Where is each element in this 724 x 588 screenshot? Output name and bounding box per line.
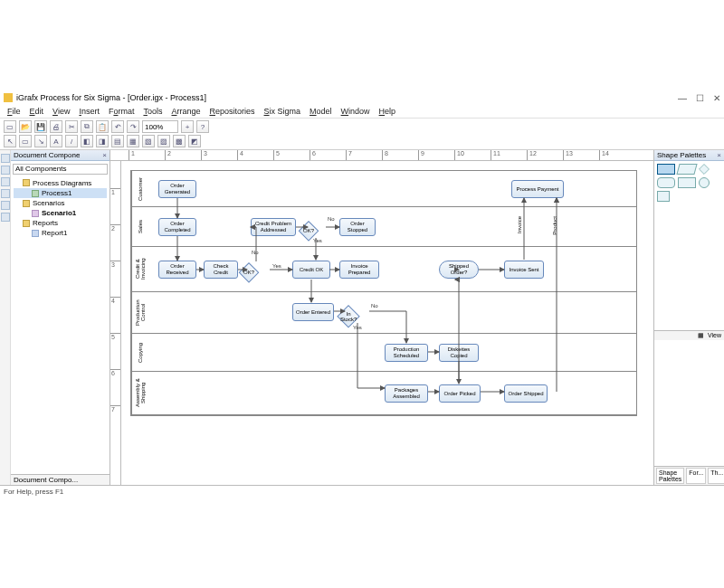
- lane-production: Production Control: [131, 292, 148, 333]
- shape-tool[interactable]: ▭: [19, 135, 32, 147]
- menubar: File Edit View Insert Format Tools Arran…: [0, 105, 724, 119]
- tool-7[interactable]: ◨: [96, 135, 109, 147]
- palette-title: Shape Palettes: [657, 151, 706, 159]
- menu-edit[interactable]: Edit: [26, 106, 48, 117]
- menu-arrange[interactable]: Arrange: [167, 106, 204, 117]
- label-no-3: No: [371, 303, 378, 308]
- tool-6[interactable]: ◧: [81, 135, 93, 147]
- palette-circle[interactable]: [699, 177, 710, 188]
- label-yes-2: Yes: [272, 263, 281, 269]
- tool-10[interactable]: ▧: [142, 135, 155, 147]
- label-product: Product: [552, 216, 557, 235]
- menu-view[interactable]: View: [49, 106, 73, 117]
- menu-repositories[interactable]: Repositories: [206, 106, 259, 117]
- tool-13[interactable]: ◩: [188, 135, 201, 147]
- tool-11[interactable]: ▨: [157, 135, 170, 147]
- tool-9[interactable]: ▦: [127, 135, 139, 147]
- vtab-3[interactable]: [1, 177, 10, 186]
- palette-diamond[interactable]: [699, 164, 710, 175]
- diagram-canvas[interactable]: Customer Order Generated Process Payment…: [121, 161, 653, 485]
- print-button[interactable]: 🖨: [50, 120, 62, 133]
- line-tool[interactable]: /: [65, 135, 78, 147]
- menu-model[interactable]: Model: [306, 106, 336, 117]
- view-tab-icon[interactable]: ▦: [698, 332, 704, 339]
- view-tab[interactable]: View: [708, 332, 721, 339]
- shape-packages-assembled[interactable]: Packages Assembled: [385, 384, 428, 403]
- shape-invoice-prepared[interactable]: Invoice Prepared: [339, 261, 379, 279]
- lane-assembly: Assembly & Shipping: [131, 372, 148, 414]
- tree-report1[interactable]: Report1: [42, 229, 67, 237]
- save-button[interactable]: 💾: [34, 120, 47, 133]
- shape-order-picked[interactable]: Order Picked: [439, 384, 481, 403]
- vtab-2[interactable]: [1, 166, 10, 175]
- tree-process1[interactable]: Process1: [42, 189, 71, 197]
- shape-credit-problem[interactable]: Credit Problem Addressed: [251, 218, 296, 236]
- shape-order-completed[interactable]: Order Completed: [158, 218, 196, 236]
- palette-parallelogram[interactable]: [676, 164, 697, 175]
- palette-small[interactable]: [657, 191, 670, 202]
- paste-button[interactable]: 📋: [96, 120, 109, 133]
- components-tree[interactable]: Process Diagrams Process1 Scenarios Scen…: [11, 176, 110, 475]
- tree-scenario1[interactable]: Scenario1: [42, 209, 76, 217]
- panel-close-button[interactable]: ×: [102, 151, 107, 159]
- rtab-th[interactable]: Th...: [708, 468, 724, 484]
- palette-rounded[interactable]: [657, 177, 675, 188]
- connector-tool[interactable]: ↘: [34, 135, 47, 147]
- palette-close-button[interactable]: ×: [717, 151, 721, 159]
- lane-credit: Credit & Invoicing: [131, 247, 148, 291]
- shape-credit-ok[interactable]: Credit OK: [292, 261, 330, 279]
- shape-shipped-order[interactable]: Shipped Order?: [439, 261, 479, 279]
- tree-reports[interactable]: Reports: [33, 219, 58, 227]
- minimize-button[interactable]: —: [678, 93, 687, 103]
- shape-order-entered[interactable]: Order Entered: [292, 303, 334, 321]
- undo-button[interactable]: ↶: [111, 120, 124, 133]
- label-yes-3: Yes: [353, 325, 362, 330]
- shape-process-payment[interactable]: Process Payment: [511, 180, 564, 198]
- menu-tools[interactable]: Tools: [139, 106, 166, 117]
- redo-button[interactable]: ↷: [127, 120, 139, 133]
- tree-process-diagrams[interactable]: Process Diagrams: [33, 179, 91, 187]
- copy-button[interactable]: ⧉: [81, 120, 93, 133]
- shape-invoice-sent[interactable]: Invoice Sent: [504, 261, 544, 279]
- text-tool[interactable]: A: [50, 135, 62, 147]
- shape-ok-2[interactable]: OK?: [239, 262, 260, 283]
- label-invoice: Invoice: [517, 216, 522, 233]
- tool-12[interactable]: ▩: [173, 135, 186, 147]
- components-search[interactable]: [13, 164, 108, 175]
- rtab-palettes[interactable]: Shape Palettes: [656, 468, 684, 484]
- tree-scenarios[interactable]: Scenarios: [33, 199, 65, 207]
- new-button[interactable]: ▭: [4, 120, 16, 133]
- menu-format[interactable]: Format: [105, 106, 138, 117]
- vtab-4[interactable]: [1, 189, 10, 198]
- vtab-6[interactable]: [1, 213, 10, 222]
- shape-palettes-panel: Shape Palettes × ▦ View Shape Palettes F…: [653, 150, 724, 485]
- menu-help[interactable]: Help: [376, 106, 400, 117]
- menu-window[interactable]: Window: [338, 106, 374, 117]
- label-no-1: No: [328, 216, 335, 222]
- doc-tab[interactable]: Document Compo...: [11, 474, 110, 485]
- zoom-combo[interactable]: [142, 120, 178, 133]
- shape-order-received[interactable]: Order Received: [158, 261, 196, 279]
- vtab-5[interactable]: [1, 201, 10, 210]
- zoomin-button[interactable]: +: [181, 120, 194, 133]
- shape-order-generated[interactable]: Order Generated: [158, 180, 196, 198]
- shape-check-credit[interactable]: Check Credit: [204, 261, 238, 279]
- menu-file[interactable]: File: [4, 106, 24, 117]
- help-button[interactable]: ?: [196, 120, 209, 133]
- close-button[interactable]: ✕: [713, 93, 720, 103]
- tool-8[interactable]: ▤: [111, 135, 124, 147]
- palette-rect[interactable]: [657, 164, 675, 175]
- maximize-button[interactable]: ☐: [696, 93, 704, 103]
- cut-button[interactable]: ✂: [65, 120, 78, 133]
- rtab-for[interactable]: For...: [686, 468, 706, 484]
- shape-order-shipped[interactable]: Order Shipped: [504, 384, 548, 403]
- menu-sixsigma[interactable]: Six Sigma: [261, 106, 305, 117]
- palette-doc[interactable]: [678, 177, 696, 188]
- shape-production-scheduled[interactable]: Production Scheduled: [385, 344, 428, 362]
- open-button[interactable]: 📂: [19, 120, 32, 133]
- shape-diskettes-copied[interactable]: Diskettes Copied: [439, 344, 479, 362]
- menu-insert[interactable]: Insert: [75, 106, 103, 117]
- shape-order-stopped[interactable]: Order Stopped: [339, 218, 376, 236]
- pointer-tool[interactable]: ↖: [4, 135, 16, 147]
- vtab-1[interactable]: [1, 154, 10, 163]
